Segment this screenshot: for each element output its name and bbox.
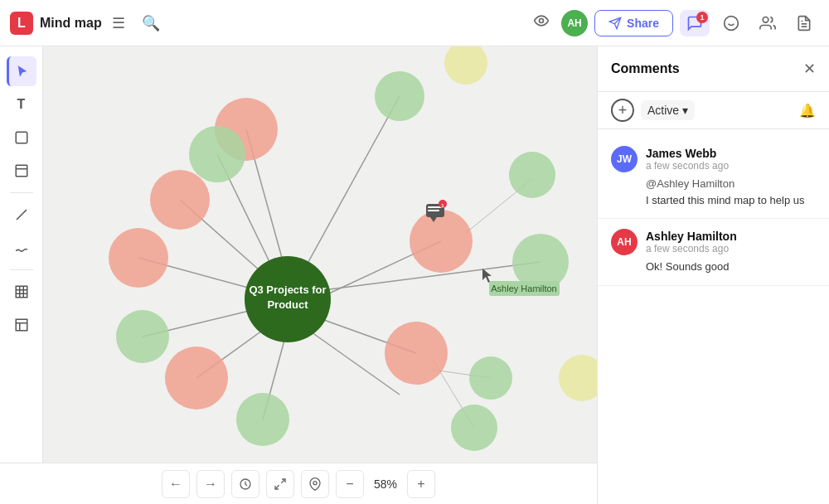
comments-panel: Comments ✕ + Active ▾ 🔔 JW James Webb a … [597, 46, 829, 504]
svg-point-43 [150, 170, 210, 230]
comment-item: AH Ashley Hamilton a few seconds ago Ok!… [598, 219, 829, 286]
header: L Mind map ☰ 🔍 AH Share 1 [0, 0, 829, 46]
tool-template[interactable] [7, 310, 36, 340]
search-icon[interactable]: 🔍 [138, 11, 163, 36]
avatar: JW [611, 146, 638, 172]
reaction-button[interactable] [716, 10, 746, 36]
canvas[interactable]: Q3 Projects for Product 1 [43, 46, 597, 463]
comment-time: a few seconds ago [646, 160, 729, 172]
left-sidebar: T [0, 46, 43, 463]
tool-frame[interactable] [7, 156, 36, 186]
svg-point-54 [451, 405, 497, 451]
svg-point-41 [165, 346, 228, 410]
svg-point-39 [410, 210, 473, 273]
svg-rect-7 [16, 132, 27, 143]
svg-point-48 [116, 310, 169, 363]
svg-point-45 [375, 71, 424, 121]
fullscreen-button[interactable] [266, 470, 294, 498]
comment-username: James Webb [646, 147, 729, 160]
users-button[interactable] [753, 10, 783, 36]
svg-point-44 [236, 393, 289, 446]
tool-text[interactable]: T [7, 90, 36, 119]
svg-text:Product: Product [267, 298, 308, 311]
tool-divider [10, 192, 33, 193]
redo-button[interactable]: → [196, 470, 225, 498]
svg-line-65 [275, 485, 279, 489]
svg-text:Ashley Hamilton: Ashley Hamilton [491, 284, 556, 293]
svg-rect-58 [428, 210, 439, 211]
svg-line-64 [281, 479, 285, 483]
svg-point-40 [385, 322, 448, 385]
history-button[interactable] [231, 470, 259, 498]
pages-button[interactable] [789, 10, 819, 36]
svg-point-53 [469, 356, 512, 400]
comment-time: a few seconds ago [646, 243, 737, 254]
filter-dropdown[interactable]: Active ▾ [641, 100, 695, 120]
app-title: Mind map [40, 16, 102, 31]
comments-toolbar: + Active ▾ 🔔 [598, 92, 829, 129]
share-button[interactable]: Share [594, 10, 673, 36]
comment-body: Ok! Sounds good [646, 259, 816, 275]
svg-rect-11 [16, 286, 27, 298]
menu-icon[interactable]: ☰ [109, 11, 128, 36]
zoom-level: 58% [371, 477, 400, 491]
logo-icon: L [10, 12, 33, 35]
map-pin-button[interactable] [301, 470, 329, 498]
zoom-out-button[interactable]: − [336, 470, 364, 498]
svg-rect-8 [16, 165, 27, 177]
comments-title: Comments [611, 61, 803, 76]
tool-divider-2 [10, 269, 33, 270]
comment-item: JW James Webb a few seconds ago @Ashley … [598, 136, 829, 219]
comment-badge: 1 [696, 12, 708, 23]
undo-button[interactable]: ← [162, 470, 190, 498]
tool-line[interactable] [7, 200, 36, 230]
comment-button[interactable]: 1 [680, 10, 710, 36]
notification-button[interactable]: 🔔 [799, 103, 816, 119]
comment-text: Ok! Sounds good [646, 260, 729, 273]
comment-username: Ashley Hamilton [646, 230, 737, 243]
comment-body: @Ashley Hamilton I started this mind map… [646, 176, 816, 208]
svg-point-47 [189, 126, 245, 182]
comments-list: JW James Webb a few seconds ago @Ashley … [598, 129, 829, 504]
bottom-bar: ← → − 58% + [0, 463, 597, 504]
tool-table[interactable] [7, 277, 36, 307]
svg-point-4 [763, 17, 768, 22]
chevron-down-icon: ▾ [682, 104, 688, 117]
tool-sticky[interactable] [7, 123, 36, 153]
view-icon[interactable] [528, 7, 555, 38]
svg-point-52 [509, 152, 555, 198]
svg-point-0 [540, 19, 544, 23]
svg-rect-16 [16, 319, 27, 331]
user-avatar[interactable]: AH [561, 10, 588, 36]
comments-header: Comments ✕ [598, 46, 829, 92]
close-button[interactable]: ✕ [803, 60, 816, 78]
svg-point-66 [313, 481, 317, 484]
svg-point-1 [725, 16, 739, 30]
add-comment-button[interactable]: + [611, 99, 634, 122]
svg-text:Q3 Projects for: Q3 Projects for [249, 284, 326, 296]
zoom-in-button[interactable]: + [407, 470, 435, 498]
tool-pen[interactable] [7, 233, 36, 263]
svg-point-42 [109, 228, 168, 288]
comment-text: I started this mind map to help us [646, 194, 804, 206]
avatar: AH [611, 229, 638, 255]
comment-mention: @Ashley Hamilton [646, 177, 734, 190]
svg-line-10 [17, 210, 27, 220]
tool-select[interactable] [7, 56, 36, 86]
